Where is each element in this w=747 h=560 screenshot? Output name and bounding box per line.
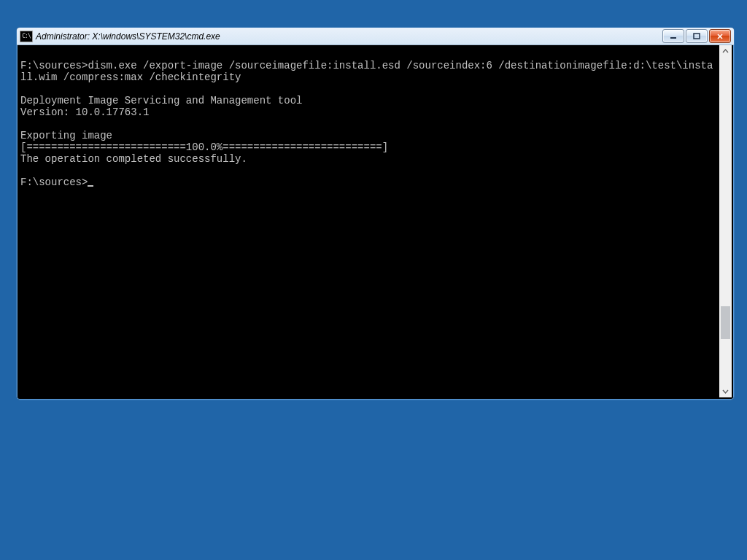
- terminal-output[interactable]: F:\sources>dism.exe /export-image /sourc…: [19, 45, 719, 397]
- line-toolname: Deployment Image Servicing and Managemen…: [20, 95, 302, 106]
- line-progress: [==========================100.0%=======…: [20, 141, 388, 153]
- line-version: Version: 10.0.17763.1: [20, 106, 149, 118]
- window-controls: [662, 29, 732, 43]
- scroll-track[interactable]: [719, 58, 732, 385]
- line-success: The operation completed successfully.: [20, 153, 247, 165]
- vertical-scrollbar[interactable]: [719, 45, 732, 397]
- minimize-button[interactable]: [662, 29, 684, 43]
- window-title: Administrator: X:\windows\SYSTEM32\cmd.e…: [36, 31, 220, 42]
- line-prompt: F:\sources>: [20, 176, 88, 188]
- titlebar[interactable]: C:\ Administrator: X:\windows\SYSTEM32\c…: [17, 28, 734, 45]
- scroll-up-button[interactable]: [719, 45, 732, 58]
- line-exporting: Exporting image: [20, 130, 112, 141]
- close-button[interactable]: [709, 29, 731, 43]
- cmd-window: C:\ Administrator: X:\windows\SYSTEM32\c…: [16, 27, 735, 400]
- scroll-thumb[interactable]: [721, 306, 730, 339]
- cmd-icon: C:\: [20, 31, 33, 42]
- cursor-icon: [88, 185, 93, 187]
- maximize-button[interactable]: [686, 29, 708, 43]
- client-area: F:\sources>dism.exe /export-image /sourc…: [19, 45, 732, 397]
- scroll-down-button[interactable]: [719, 385, 732, 397]
- line-command: F:\sources>dism.exe /export-image /sourc…: [20, 60, 713, 83]
- svg-rect-1: [694, 34, 700, 39]
